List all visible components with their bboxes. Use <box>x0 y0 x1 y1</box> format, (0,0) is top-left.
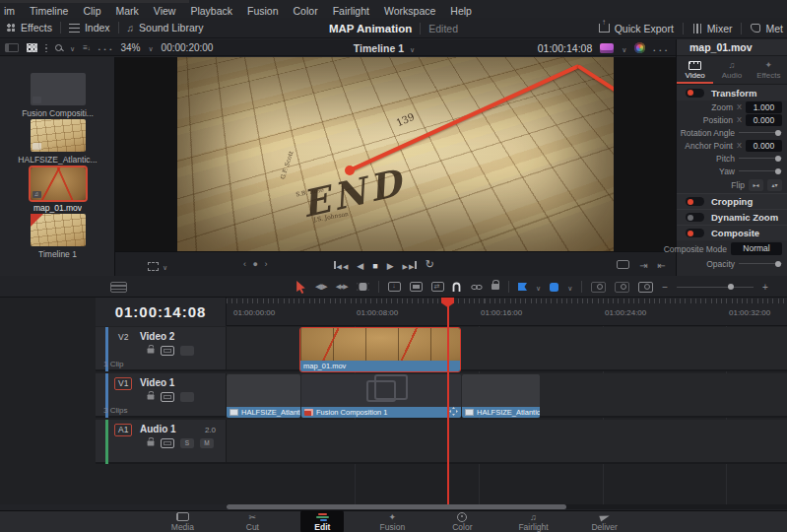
sound-library-button[interactable]: Sound Library <box>127 22 204 33</box>
playhead-line[interactable] <box>447 298 449 504</box>
page-media[interactable]: Media <box>161 510 204 532</box>
detail-zoom-icon[interactable] <box>615 282 629 293</box>
viewer-video-frame[interactable]: END 139 J.S. Johnson S.B. Rose G.F. Scot… <box>177 57 614 251</box>
tab-effects[interactable]: Effects <box>751 56 787 84</box>
pitch-slider[interactable] <box>739 158 782 159</box>
viewer-zoom-level[interactable]: 34% <box>120 42 140 53</box>
media-pool-item-timeline-1[interactable]: Timeline 1 <box>0 214 115 259</box>
search-chevron-icon[interactable] <box>70 41 75 53</box>
menu-help[interactable]: Help <box>450 5 472 17</box>
page-fusion[interactable]: Fusion <box>370 510 414 532</box>
trim-edit-mode-icon[interactable]: ◀▮▶ <box>315 283 327 291</box>
match-frame-back-icon[interactable] <box>658 259 666 271</box>
auto-select-icon[interactable] <box>161 438 174 448</box>
step-back-button[interactable] <box>357 259 363 271</box>
clip-halfsize-1[interactable]: HALFSIZE_Atlantic_Ci... <box>227 374 300 418</box>
track-header-v1[interactable]: V1 Video 1 3 Clips <box>96 373 227 416</box>
page-cut[interactable]: Cut <box>230 510 274 532</box>
transform-toggle[interactable] <box>686 89 704 98</box>
track-enable-icon[interactable] <box>180 392 194 402</box>
track-lock-icon[interactable] <box>148 440 155 445</box>
cropping-section-header[interactable]: Cropping <box>677 193 787 209</box>
zoom-out-icon[interactable] <box>662 282 668 293</box>
link-clips-icon[interactable] <box>471 283 483 292</box>
safe-area-icon[interactable] <box>617 260 629 269</box>
flag-chevron-icon[interactable] <box>536 281 541 293</box>
cropping-toggle[interactable] <box>686 197 704 206</box>
media-pool-options-icon[interactable] <box>98 41 113 53</box>
dynamic-zoom-toggle[interactable] <box>686 213 704 222</box>
solo-button[interactable]: S <box>180 438 194 448</box>
zoom-chevron-icon[interactable] <box>148 41 153 53</box>
tab-audio[interactable]: Audio <box>713 56 750 84</box>
sort-icon[interactable]: ≡↓ <box>83 43 91 52</box>
menu-color[interactable]: Color <box>294 5 318 17</box>
go-to-first-frame-button[interactable] <box>334 259 348 271</box>
replace-clip-icon[interactable] <box>431 282 444 292</box>
stop-button[interactable] <box>372 259 377 271</box>
effects-button[interactable]: Effects <box>6 22 52 33</box>
clip-fusion-composition[interactable]: Fusion Composition 1 <box>301 374 461 418</box>
zoom-in-icon[interactable] <box>762 282 768 293</box>
track-id-a1[interactable]: A1 <box>114 424 132 436</box>
viewer-options-icon[interactable] <box>653 42 668 54</box>
dynamic-trim-mode-icon[interactable]: ◀●▶ <box>336 283 348 291</box>
page-deliver[interactable]: Deliver <box>583 510 626 532</box>
media-pool-item-map-01[interactable]: map_01.mov <box>0 167 115 213</box>
thumbnail-view-icon[interactable] <box>27 43 37 52</box>
timeline-selector-chevron-icon[interactable] <box>410 42 415 54</box>
flip-horizontal-button[interactable] <box>749 179 763 191</box>
jog-control[interactable] <box>243 259 269 269</box>
quick-export-button[interactable]: Quick Export <box>599 23 674 34</box>
clip-color-chevron-icon[interactable] <box>622 42 626 54</box>
search-icon[interactable] <box>55 44 62 51</box>
timeline-timecode[interactable]: 01:00:14:08 <box>96 298 227 326</box>
page-color[interactable]: Color <box>440 510 484 532</box>
track-header-v2[interactable]: V2 Video 2 1 Clip <box>96 327 227 369</box>
clip-color-icon[interactable] <box>600 43 614 53</box>
composite-section-header[interactable]: Composite <box>677 225 787 240</box>
auto-select-icon[interactable] <box>161 392 174 402</box>
anchor-value-field[interactable]: 0.000 <box>746 140 782 152</box>
mixer-button[interactable]: Mixer <box>692 23 733 34</box>
composite-toggle[interactable] <box>686 229 704 237</box>
marker-icon[interactable] <box>550 283 558 292</box>
clip-halfsize-2[interactable]: HALFSIZE_Atlantic_Ci... <box>462 374 540 418</box>
timeline-view-options-icon[interactable] <box>110 282 127 293</box>
track-enable-icon[interactable] <box>180 346 194 356</box>
track-lock-icon[interactable] <box>148 394 155 399</box>
full-extent-zoom-icon[interactable] <box>591 282 606 293</box>
flag-icon[interactable] <box>518 283 527 291</box>
page-fairlight[interactable]: Fairlight <box>510 510 556 532</box>
selection-mode-icon[interactable] <box>295 281 306 294</box>
blade-edit-mode-icon[interactable] <box>357 283 369 291</box>
metadata-button[interactable]: Met <box>751 23 783 34</box>
menu-workspace[interactable]: Workspace <box>384 5 435 17</box>
clip-map-01-v2[interactable]: map_01.mov <box>300 328 460 371</box>
track-header-a1[interactable]: A1 Audio 1 2.0 S M <box>96 420 227 462</box>
insert-clip-icon[interactable] <box>388 282 401 292</box>
track-id-v2[interactable]: V2 <box>114 331 132 344</box>
snapping-magnet-icon[interactable] <box>451 282 462 293</box>
loop-button[interactable] <box>426 258 434 271</box>
marker-chevron-icon[interactable] <box>567 281 572 293</box>
media-pool-item-halfsize[interactable]: HALFSIZE_Atlantic... <box>0 119 115 165</box>
menu-playback[interactable]: Playback <box>190 5 232 17</box>
menu-timeline[interactable]: Timeline <box>30 5 68 17</box>
position-value-field[interactable]: 0.000 <box>746 114 782 126</box>
color-wheel-icon[interactable] <box>634 42 645 53</box>
menu-fairlight[interactable]: Fairlight <box>333 5 369 17</box>
auto-select-icon[interactable] <box>161 346 174 356</box>
transform-section-header[interactable]: Transform <box>677 85 787 100</box>
strip-view-icon[interactable] <box>5 43 19 52</box>
tab-video[interactable]: Video <box>677 56 713 84</box>
opacity-slider[interactable] <box>739 263 782 264</box>
custom-zoom-icon[interactable] <box>638 282 653 293</box>
thumbnail-size-icon[interactable] <box>45 43 47 52</box>
mute-button[interactable]: M <box>200 438 214 448</box>
match-frame-forward-icon[interactable] <box>639 259 647 271</box>
timeline-zoom-slider[interactable] <box>677 287 754 288</box>
flip-vertical-button[interactable] <box>767 179 782 191</box>
yaw-slider[interactable] <box>739 170 782 171</box>
track-name-v2[interactable]: Video 2 <box>140 331 174 342</box>
